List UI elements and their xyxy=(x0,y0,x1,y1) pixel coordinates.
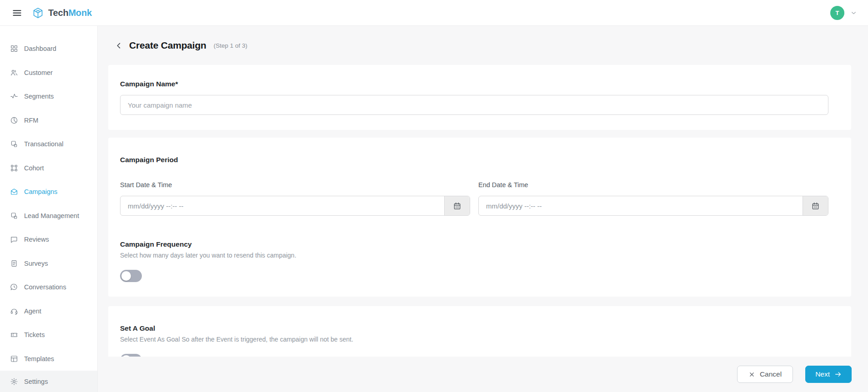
user-avatar[interactable]: T xyxy=(830,6,844,20)
campaign-frequency-label: Campaign Frequency xyxy=(120,240,828,248)
sidebar-item-label: Agent xyxy=(24,308,41,315)
lead-management-icon xyxy=(10,212,18,220)
tickets-icon xyxy=(10,331,18,339)
sidebar-item-segments[interactable]: Segments xyxy=(0,84,97,109)
page-header: Create Campaign (Step 1 of 3) xyxy=(108,39,851,52)
campaign-frequency-description: Select how many days later you want to r… xyxy=(120,252,828,259)
surveys-icon xyxy=(10,259,18,268)
cancel-button-label: Cancel xyxy=(760,370,782,378)
sidebar-item-label: Segments xyxy=(24,93,54,100)
account-chevron-down-icon[interactable] xyxy=(850,10,857,16)
cancel-x-icon xyxy=(748,371,755,378)
campaign-period-card: Campaign Period Start Date & Time mm/dd/… xyxy=(108,138,851,297)
conversations-icon xyxy=(10,283,18,291)
campaign-name-label: Campaign Name* xyxy=(120,80,828,88)
main-content: Create Campaign (Step 1 of 3) Campaign N… xyxy=(98,26,868,392)
toggle-knob xyxy=(121,271,131,281)
sidebar-item-customer[interactable]: Customer xyxy=(0,61,97,85)
hamburger-menu-icon[interactable] xyxy=(11,7,23,19)
dashboard-icon xyxy=(10,45,18,53)
top-header: TechMonk T xyxy=(0,0,868,26)
sidebar-item-campaigns[interactable]: Campaigns xyxy=(0,180,97,204)
sidebar-item-label: RFM xyxy=(24,117,38,124)
sidebar-item-label: Dashboard xyxy=(24,45,56,52)
start-date-placeholder: mm/dd/yyyy --:-- -- xyxy=(120,196,444,215)
start-date-calendar-icon[interactable] xyxy=(444,196,470,215)
sidebar-item-label: Templates xyxy=(24,355,54,362)
next-arrow-right-icon xyxy=(834,371,842,378)
campaign-name-input[interactable] xyxy=(120,95,828,115)
app-logo-text: TechMonk xyxy=(48,8,92,18)
settings-gear-icon xyxy=(10,377,18,386)
sidebar-item-cohort[interactable]: Cohort xyxy=(0,156,97,180)
sidebar-item-label: Lead Management xyxy=(24,212,79,219)
sidebar-nav: Dashboard Customer Segments RFM Transact… xyxy=(0,26,98,392)
sidebar-item-rfm[interactable]: RFM xyxy=(0,109,97,133)
cancel-button[interactable]: Cancel xyxy=(737,366,793,383)
end-date-calendar-icon[interactable] xyxy=(803,196,828,215)
rfm-icon xyxy=(10,116,18,124)
segments-icon xyxy=(10,92,18,100)
techmonk-cube-icon xyxy=(32,7,44,19)
sidebar-item-label: Reviews xyxy=(24,236,49,243)
start-date-label: Start Date & Time xyxy=(120,181,470,189)
sidebar-item-label: Campaigns xyxy=(24,188,57,195)
sidebar-item-label: Settings xyxy=(24,378,48,385)
sidebar-item-lead-management[interactable]: Lead Management xyxy=(0,204,97,228)
next-button[interactable]: Next xyxy=(805,366,852,383)
next-button-label: Next xyxy=(815,370,830,378)
page-title: Create Campaign xyxy=(129,40,206,51)
sidebar-item-label: Customer xyxy=(24,69,53,76)
sidebar-item-label: Transactional xyxy=(24,140,64,148)
sidebar-item-agent[interactable]: Agent xyxy=(0,299,97,323)
cohort-icon xyxy=(10,164,18,172)
reviews-icon xyxy=(10,235,18,243)
set-a-goal-label: Set A Goal xyxy=(120,324,828,332)
campaign-period-label: Campaign Period xyxy=(120,156,828,164)
end-date-input[interactable]: mm/dd/yyyy --:-- -- xyxy=(478,196,828,216)
set-a-goal-description: Select Event As Goal So after the Event … xyxy=(120,336,828,343)
wizard-footer: Cancel Next xyxy=(98,357,868,392)
back-chevron-icon[interactable] xyxy=(114,40,124,50)
templates-icon xyxy=(10,355,18,363)
agent-icon xyxy=(10,307,18,315)
sidebar-item-dashboard[interactable]: Dashboard xyxy=(0,37,97,61)
start-date-input[interactable]: mm/dd/yyyy --:-- -- xyxy=(120,196,470,216)
campaign-frequency-toggle[interactable] xyxy=(120,270,142,282)
date-range-grid: Start Date & Time mm/dd/yyyy --:-- -- En… xyxy=(120,181,828,216)
sidebar-item-label: Tickets xyxy=(24,331,45,338)
sidebar-item-tickets[interactable]: Tickets xyxy=(0,323,97,347)
sidebar-item-label: Conversations xyxy=(24,283,66,291)
sidebar-item-transactional[interactable]: Transactional xyxy=(0,132,97,156)
customer-icon xyxy=(10,69,18,77)
app-logo[interactable]: TechMonk xyxy=(32,7,92,19)
sidebar-item-settings[interactable]: Settings xyxy=(0,371,97,392)
sidebar-item-reviews[interactable]: Reviews xyxy=(0,228,97,252)
transactional-icon xyxy=(10,140,18,148)
end-date-placeholder: mm/dd/yyyy --:-- -- xyxy=(479,196,803,215)
sidebar-item-label: Cohort xyxy=(24,164,44,172)
campaigns-icon xyxy=(10,188,18,196)
step-indicator: (Step 1 of 3) xyxy=(214,42,247,49)
sidebar-item-templates[interactable]: Templates xyxy=(0,347,97,371)
campaign-name-card: Campaign Name* xyxy=(108,65,851,130)
end-date-label: End Date & Time xyxy=(478,181,828,189)
sidebar-item-label: Surveys xyxy=(24,260,48,267)
sidebar-item-surveys[interactable]: Surveys xyxy=(0,252,97,276)
sidebar-item-conversations[interactable]: Conversations xyxy=(0,275,97,299)
campaign-frequency-section: Campaign Frequency Select how many days … xyxy=(120,240,828,282)
